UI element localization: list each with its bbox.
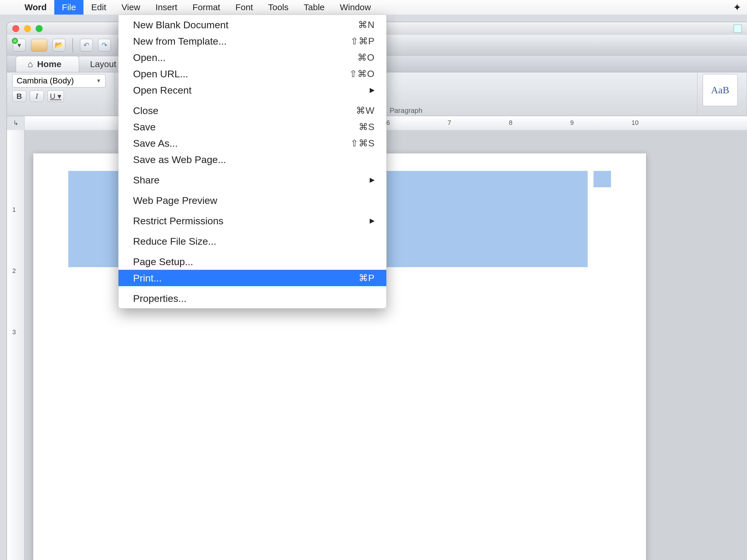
menu-web-page-preview[interactable]: Web Page Preview — [119, 192, 386, 209]
toolbar-separator — [72, 38, 73, 52]
home-icon: ⌂ — [28, 59, 33, 69]
menubar-item-insert[interactable]: Insert — [148, 0, 185, 15]
menu-separator — [119, 190, 119, 190]
menu-open-url[interactable]: Open URL...⇧⌘O — [119, 65, 386, 82]
submenu-arrow-icon: ▶ — [370, 86, 375, 94]
ruler-corner[interactable]: ↳ — [7, 116, 25, 130]
menu-separator — [119, 210, 119, 211]
menu-separator — [119, 288, 119, 289]
menu-new-blank-document[interactable]: New Blank Document⌘N — [119, 17, 386, 33]
tab-home[interactable]: ⌂Home — [16, 56, 79, 72]
menubar-item-view[interactable]: View — [114, 0, 148, 15]
menu-print[interactable]: Print...⌘P — [119, 270, 386, 286]
menu-save-as-web-page[interactable]: Save as Web Page... — [119, 151, 386, 168]
menubar-item-tools[interactable]: Tools — [261, 0, 296, 15]
style-preview[interactable]: AaB — [703, 74, 738, 106]
menu-open[interactable]: Open...⌘O — [119, 49, 386, 65]
open-button[interactable]: 📂 — [53, 39, 66, 52]
menubar-item-window[interactable]: Window — [332, 0, 379, 15]
menu-separator — [119, 231, 119, 231]
menu-page-setup[interactable]: Page Setup... — [119, 254, 386, 270]
new-document-button[interactable]: ▾ — [13, 39, 26, 52]
ribbon-group-styles: AaB — [697, 72, 747, 116]
window-traffic-lights — [12, 25, 43, 32]
menu-share[interactable]: Share▶ — [119, 172, 386, 188]
italic-button[interactable]: I — [30, 90, 44, 102]
menubar-item-font[interactable]: Font — [228, 0, 261, 15]
bold-button[interactable]: B — [12, 90, 26, 102]
menu-reduce-file-size[interactable]: Reduce File Size... — [119, 233, 386, 249]
menubar-item-file[interactable]: File — [54, 0, 83, 15]
redo-button[interactable]: ↷ — [98, 39, 111, 52]
menu-close[interactable]: Close⌘W — [119, 102, 386, 119]
menu-restrict-permissions[interactable]: Restrict Permissions▶ — [119, 213, 386, 229]
window-minimize-button[interactable] — [24, 25, 31, 32]
menu-save[interactable]: Save⌘S — [119, 119, 386, 135]
template-gallery-button[interactable] — [31, 39, 47, 52]
menubar-app-name[interactable]: Word — [17, 0, 54, 15]
menu-save-as[interactable]: Save As...⇧⌘S — [119, 135, 386, 151]
menu-separator — [119, 251, 119, 252]
menu-open-recent[interactable]: Open Recent▶ — [119, 82, 386, 98]
underline-button[interactable]: U ▾ — [47, 90, 64, 102]
undo-button[interactable]: ↶ — [80, 39, 93, 52]
file-menu-dropdown: New Blank Document⌘N New from Template..… — [118, 15, 387, 309]
submenu-arrow-icon: ▶ — [370, 176, 375, 184]
menu-separator — [119, 169, 119, 170]
macos-menubar: Word File Edit View Insert Format Font T… — [0, 0, 747, 15]
menubar-item-edit[interactable]: Edit — [83, 0, 114, 15]
menu-extra-icon[interactable]: ✦ — [733, 1, 741, 13]
menu-new-from-template[interactable]: New from Template...⇧⌘P — [119, 33, 386, 49]
window-zoom-button[interactable] — [35, 25, 43, 32]
font-name-combo[interactable]: Cambria (Body)▼ — [12, 74, 106, 87]
chevron-down-icon: ▼ — [96, 78, 101, 84]
ribbon-group-font: Cambria (Body)▼ B I U ▾ — [7, 72, 115, 116]
vertical-ruler[interactable]: 1 2 3 — [7, 130, 25, 560]
menu-separator — [119, 100, 119, 101]
menubar-item-table[interactable]: Table — [296, 0, 332, 15]
submenu-arrow-icon: ▶ — [370, 217, 375, 224]
menubar-right: ✦ — [725, 1, 741, 13]
window-close-button[interactable] — [12, 25, 19, 32]
menu-properties[interactable]: Properties... — [119, 290, 386, 306]
document-proxy-icon[interactable] — [733, 25, 742, 33]
menubar-item-format[interactable]: Format — [185, 0, 228, 15]
